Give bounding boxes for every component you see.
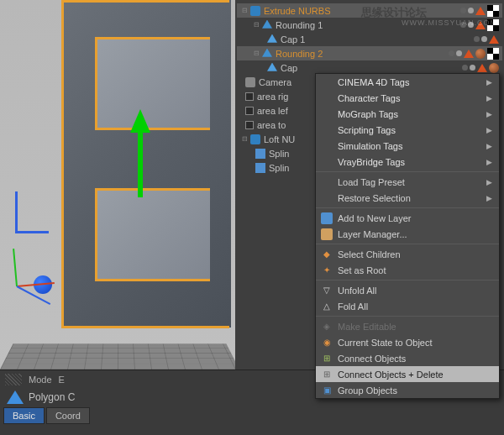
layer-manager-icon (321, 228, 333, 240)
submenu-arrow-icon: ▶ (486, 94, 492, 102)
layer-add-icon (321, 212, 333, 224)
tree-label: area rig (257, 92, 288, 102)
tag-material-icon[interactable] (475, 49, 486, 59)
menu-item-make-editable: ◈Make Editable (316, 318, 499, 334)
menu-item-connect-objects[interactable]: ⊞Connect Objects (316, 350, 499, 366)
tag-triangle-icon[interactable] (489, 35, 499, 44)
polygon-icon (7, 390, 24, 404)
extruded-object[interactable] (38, 0, 231, 336)
menu-item-simulation-tags[interactable]: Simulation Tags▶ (316, 138, 499, 154)
selection-edge (61, 0, 64, 328)
unfold-icon: ▽ (321, 285, 333, 296)
expander-icon[interactable]: ⊟ (252, 50, 260, 58)
y-axis-arrow[interactable] (130, 109, 150, 133)
menu-label: Load Tag Preset (338, 177, 405, 187)
tag-triangle-icon[interactable] (464, 50, 474, 58)
y-axis-shaft[interactable] (138, 130, 143, 197)
attr-title-text: Polygon C (29, 391, 75, 403)
editable-icon: ◈ (321, 321, 333, 333)
menu-item-add-to-new-layer[interactable]: Add to New Layer (316, 210, 499, 226)
menu-item-character-tags[interactable]: Character Tags▶ (316, 90, 499, 106)
menu-label: Connect Objects + Delete (338, 369, 444, 380)
expander-icon[interactable]: ⊟ (252, 21, 260, 29)
menu-item-current-state[interactable]: ◉Current State to Object (316, 334, 499, 350)
menu-label: Add to New Layer (338, 213, 411, 223)
watermark-url: WWW.MISSYUAN.COM (402, 18, 497, 27)
menu-label: Fold All (338, 301, 368, 312)
menu-item-restore-selection[interactable]: Restore Selection▶ (316, 190, 499, 206)
connect-icon: ⊞ (321, 353, 333, 364)
submenu-arrow-icon: ▶ (486, 194, 492, 202)
selection-edge (95, 188, 210, 191)
menu-item-unfold-all[interactable]: ▽Unfold All (316, 282, 499, 298)
fold-icon: △ (321, 301, 333, 312)
menu-item-mograph-tags[interactable]: MoGraph Tags▶ (316, 106, 499, 122)
rounding-icon (262, 20, 272, 30)
menu-item-fold-all[interactable]: △Fold All (316, 298, 499, 314)
menu-label: Make Editable (338, 322, 396, 332)
menu-separator (316, 244, 499, 244)
tree-label: Splin (269, 163, 289, 173)
menu-item-cinema-tags[interactable]: CINEMA 4D Tags▶ (316, 74, 499, 90)
visibility-checkbox[interactable] (245, 121, 254, 129)
select-children-icon: ◆ (321, 249, 333, 260)
drag-handle-icon[interactable] (5, 374, 22, 385)
extrude-icon (250, 6, 260, 16)
tree-item-rounding2[interactable]: ⊟ Rounding 2 (237, 46, 502, 60)
connect-delete-icon: ⊞ (321, 369, 333, 380)
attr-tab-coord[interactable]: Coord (46, 407, 90, 424)
tag-triangle-icon[interactable] (477, 64, 487, 72)
menu-item-layer-manager[interactable]: Layer Manager... (316, 226, 499, 242)
menu-item-select-children[interactable]: ◆Select Children (316, 246, 499, 262)
menu-separator (316, 207, 499, 208)
menu-label: Restore Selection (338, 193, 411, 203)
submenu-arrow-icon: ▶ (486, 158, 492, 166)
menu-item-vraybridge-tags[interactable]: VrayBridge Tags▶ (316, 154, 499, 170)
selection-edge (95, 279, 210, 281)
attr-mode-label[interactable]: Mode (29, 375, 52, 385)
submenu-arrow-icon: ▶ (486, 78, 492, 86)
letter-hole-2 (97, 189, 210, 280)
attr-tab-basic[interactable]: Basic (3, 407, 45, 424)
menu-separator (316, 171, 499, 172)
tag-triangle-icon[interactable] (475, 7, 486, 15)
tree-label: Extrude NURBS (264, 6, 330, 16)
menu-item-scripting-tags[interactable]: Scripting Tags▶ (316, 122, 499, 138)
menu-item-connect-delete[interactable]: ⊞Connect Objects + Delete (316, 366, 499, 382)
expander-icon[interactable]: ⊟ (240, 7, 249, 15)
menu-item-load-tag-preset[interactable]: Load Tag Preset▶ (316, 174, 499, 190)
menu-label: Connect Objects (338, 354, 406, 364)
menu-separator (316, 316, 499, 317)
tree-label: Cap (281, 63, 297, 73)
visibility-checkbox[interactable] (245, 107, 254, 115)
menu-item-set-as-root[interactable]: ✦Set as Root (316, 262, 499, 278)
cap-icon (267, 34, 277, 45)
tag-material-icon[interactable] (489, 63, 499, 73)
selection-edge (95, 188, 97, 280)
attr-tabs: Basic Coord (0, 406, 504, 426)
viewport-3d[interactable] (0, 0, 239, 369)
expander-icon[interactable]: ⊟ (240, 135, 249, 144)
menu-label: Current State to Object (338, 338, 433, 348)
tree-item-cap1[interactable]: Cap 1 (237, 32, 502, 46)
attr-edit-label[interactable]: E (59, 375, 65, 385)
selection-edge (95, 128, 210, 130)
menu-separator (316, 280, 499, 280)
letter-hole-1 (97, 38, 210, 128)
blue-axis-h (15, 231, 49, 233)
tag-checker-icon[interactable] (487, 5, 499, 17)
visibility-checkbox[interactable] (245, 92, 254, 101)
tree-label: Camera (259, 77, 291, 87)
submenu-arrow-icon: ▶ (486, 110, 492, 118)
spline-icon (255, 149, 265, 159)
menu-label: Scripting Tags (338, 125, 396, 135)
tag-checker-icon[interactable] (487, 48, 499, 60)
context-menu: CINEMA 4D Tags▶ Character Tags▶ MoGraph … (315, 73, 500, 399)
tree-label: Cap 1 (281, 34, 305, 45)
menu-label: Unfold All (338, 286, 376, 296)
menu-item-group-objects[interactable]: ▣Group Objects (316, 382, 499, 398)
selection-edge (95, 37, 210, 39)
blue-axis-v (15, 191, 18, 233)
menu-label: Group Objects (338, 385, 397, 396)
selection-edge (61, 0, 229, 3)
